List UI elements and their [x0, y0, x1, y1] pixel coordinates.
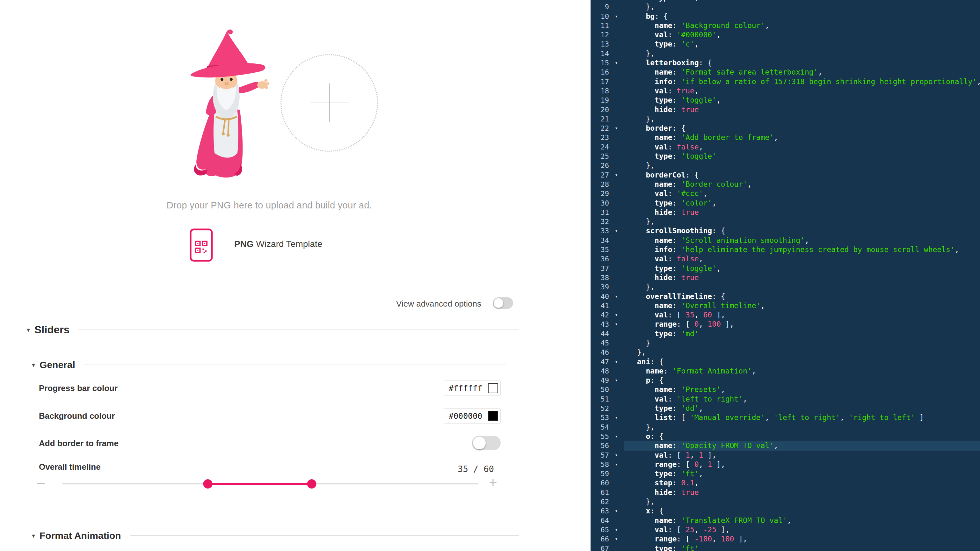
fold-toggle-icon[interactable]: ▾	[609, 413, 624, 422]
editor-line[interactable]: 40▾ overallTimeline: {	[590, 292, 980, 301]
fold-toggle-icon[interactable]: ▾	[609, 292, 624, 301]
code-text[interactable]: val: [ 25, -25 ],	[624, 525, 980, 534]
editor-line[interactable]: 51 val: 'left to right',	[590, 395, 980, 404]
editor-line[interactable]: 60 step: 0.1,	[590, 478, 980, 487]
code-text[interactable]: name: 'Presets',	[624, 385, 980, 394]
code-text[interactable]: ani: {	[624, 357, 980, 366]
progress-bar-colour-input[interactable]: #ffffff	[444, 381, 501, 396]
editor-line[interactable]: 29 val: '#ccc',	[590, 189, 980, 198]
code-text[interactable]: val: false,	[624, 254, 980, 264]
code-text[interactable]: type: 'ft',	[624, 469, 980, 478]
editor-line[interactable]: 20 hide: true	[590, 105, 980, 115]
editor-line[interactable]: 17 info: 'if below a ratio of 157:318 be…	[590, 77, 980, 86]
editor-line[interactable]: 45 }	[590, 338, 980, 348]
fold-toggle-icon[interactable]: ▾	[609, 170, 624, 180]
code-text[interactable]: name: 'Opacity FROM TO val',	[624, 441, 980, 450]
editor-line[interactable]: 47▾ ani: {	[590, 357, 980, 366]
overall-timeline-slider[interactable]	[62, 479, 478, 489]
editor-line[interactable]: 67 type: 'ft'	[590, 544, 980, 551]
fold-toggle-icon[interactable]: ▾	[609, 311, 624, 320]
code-text[interactable]: range: [ -100, 100 ],	[624, 534, 980, 544]
code-text[interactable]: },	[624, 161, 980, 170]
code-text[interactable]: },	[624, 217, 980, 226]
editor-line[interactable]: 37 type: 'toggle',	[590, 264, 980, 273]
code-text[interactable]: hide: true	[624, 488, 980, 497]
add-border-toggle[interactable]	[472, 436, 501, 450]
code-text[interactable]: },	[624, 497, 980, 506]
code-editor[interactable]: 8 type: 'c',9 },10▾ bg: {11 name: 'Backg…	[590, 0, 980, 551]
editor-line[interactable]: 48 name: 'Format Animation',	[590, 366, 980, 376]
code-text[interactable]: },	[624, 115, 980, 124]
code-text[interactable]: border: {	[624, 124, 980, 133]
code-text[interactable]: },	[624, 282, 980, 291]
code-text[interactable]: type: 'color',	[624, 199, 980, 208]
editor-line[interactable]: 25 type: 'toggle'	[590, 152, 980, 161]
editor-line[interactable]: 24 val: false,	[590, 142, 980, 152]
editor-line[interactable]: 19 type: 'toggle',	[590, 96, 980, 105]
code-text[interactable]: o: {	[624, 432, 980, 441]
editor-line[interactable]: 16 name: 'Format safe area letterboxing'…	[590, 68, 980, 77]
editor-line[interactable]: 32 },	[590, 217, 980, 226]
slider-decrease-button[interactable]: –	[37, 475, 45, 490]
code-text[interactable]: x: {	[624, 506, 980, 516]
code-text[interactable]: val: '#ccc',	[624, 189, 980, 198]
editor-line[interactable]: 62 },	[590, 497, 980, 506]
editor-line[interactable]: 28 name: 'Border colour',	[590, 180, 980, 189]
png-template-label[interactable]: PNG Wizard Template	[234, 239, 322, 249]
code-text[interactable]: },	[624, 2, 980, 11]
editor-line[interactable]: 65▾ val: [ 25, -25 ],	[590, 525, 980, 534]
code-text[interactable]: val: [ 35, 60 ],	[624, 311, 980, 320]
code-text[interactable]: type: 'toggle'	[624, 152, 980, 161]
code-text[interactable]: type: 'ft'	[624, 544, 980, 551]
code-text[interactable]: type: 'md'	[624, 329, 980, 338]
editor-line[interactable]: 58▾ range: [ 0, 1 ],	[590, 460, 980, 469]
upload-dropzone[interactable]	[280, 54, 378, 152]
png-template-file-icon[interactable]	[189, 228, 213, 262]
code-text[interactable]: name: 'Scroll animation smoothing',	[624, 236, 980, 245]
editor-line[interactable]: 12 val: '#000000',	[590, 30, 980, 40]
code-text[interactable]: name: 'Format safe area letterboxing',	[624, 68, 980, 77]
fold-toggle-icon[interactable]: ▾	[609, 460, 624, 469]
editor-line[interactable]: 57▾ val: [ 1, 1 ],	[590, 451, 980, 460]
editor-line[interactable]: 49▾ p: {	[590, 376, 980, 385]
editor-line[interactable]: 39 },	[590, 282, 980, 291]
code-text[interactable]: range: [ 0, 100 ],	[624, 320, 980, 329]
code-text[interactable]: val: 'left to right',	[624, 395, 980, 404]
fold-toggle-icon[interactable]: ▾	[609, 506, 624, 516]
editor-line[interactable]: 11 name: 'Background colour',	[590, 21, 980, 30]
code-text[interactable]: borderCol: {	[624, 170, 980, 180]
fold-toggle-icon[interactable]: ▾	[609, 534, 624, 544]
code-text[interactable]: overallTimeline: {	[624, 292, 980, 301]
editor-line[interactable]: 66▾ range: [ -100, 100 ],	[590, 534, 980, 544]
editor-line[interactable]: 53▾ list: [ 'Manual override', 'left to …	[590, 413, 980, 422]
editor-line[interactable]: 41 name: 'Overall timeline',	[590, 301, 980, 311]
editor-line[interactable]: 42▾ val: [ 35, 60 ],	[590, 311, 980, 320]
editor-line[interactable]: 44 type: 'md'	[590, 329, 980, 338]
editor-line[interactable]: 63▾ x: {	[590, 506, 980, 516]
editor-line[interactable]: 38 hide: true	[590, 273, 980, 282]
code-text[interactable]: val: false,	[624, 142, 980, 152]
editor-line[interactable]: 34 name: 'Scroll animation smoothing',	[590, 236, 980, 245]
code-text[interactable]: bg: {	[624, 12, 980, 21]
editor-line[interactable]: 64 name: 'TranslateX FROM TO val',	[590, 516, 980, 525]
editor-line[interactable]: 30 type: 'color',	[590, 199, 980, 208]
fold-toggle-icon[interactable]: ▾	[609, 58, 624, 68]
editor-line[interactable]: 36 val: false,	[590, 254, 980, 264]
slider-increase-button[interactable]: +	[489, 475, 497, 490]
code-text[interactable]: name: 'Background colour',	[624, 21, 980, 30]
editor-line[interactable]: 10▾ bg: {	[590, 12, 980, 21]
fold-toggle-icon[interactable]: ▾	[609, 376, 624, 385]
code-text[interactable]: type: 'c',	[624, 0, 980, 2]
editor-line[interactable]: 31 hide: true	[590, 208, 980, 217]
editor-line[interactable]: 21 },	[590, 115, 980, 124]
editor-line[interactable]: 26 },	[590, 161, 980, 170]
code-text[interactable]: name: 'Add border to frame',	[624, 133, 980, 142]
fold-toggle-icon[interactable]: ▾	[609, 124, 624, 133]
code-text[interactable]: list: [ 'Manual override', 'left to righ…	[624, 413, 980, 422]
editor-line[interactable]: 43▾ range: [ 0, 100 ],	[590, 320, 980, 329]
fold-toggle-icon[interactable]: ▾	[609, 226, 624, 236]
code-text[interactable]: range: [ 0, 1 ],	[624, 460, 980, 469]
slider-handle-to[interactable]	[307, 479, 317, 489]
section-general[interactable]: ▾ General	[32, 356, 506, 374]
code-text[interactable]: info: 'help eliminate the jumpyiness cre…	[624, 245, 980, 254]
